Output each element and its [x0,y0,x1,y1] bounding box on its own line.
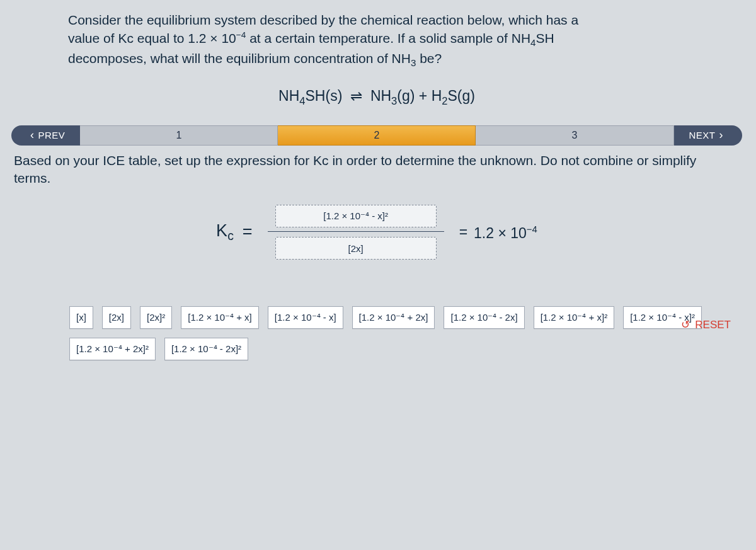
step-pill-1[interactable]: 1 [80,125,278,146]
step-pill-3[interactable]: 3 [476,125,673,146]
eq-lhs-a: NH [278,88,299,104]
eq-lhs-b: SH(s) [306,88,343,104]
step-instruction: Based on your ICE table, set up the expr… [14,152,723,188]
tile-label: [1.2 × 10⁻⁴ - 2x]² [171,343,241,354]
rhs-exp: −4 [527,224,537,234]
rhs-eq: = [459,224,467,241]
tile-2x[interactable]: [2x] [102,306,131,329]
kc-expression: Kc = [1.2 × 10⁻⁴ - x]² [2x] = 1.2 × 10−4 [11,205,742,260]
reset-label: RESET [695,319,731,331]
q-line1: Consider the equilibrium system describe… [68,13,578,27]
tile-x[interactable]: [x] [69,306,93,329]
numerator-dropzone[interactable]: [1.2 × 10⁻⁴ - x]² [275,205,437,227]
pill-2-label: 2 [374,130,379,141]
eq-rhs-a: NH [370,88,391,104]
tile-label: [1.2 × 10⁻⁴ + x]² [541,312,608,323]
eq-sub4a: 4 [299,95,305,107]
fraction-bar [268,231,444,232]
reaction-equation: NH4SH(s) ⇌ NH3(g) + H2S(g) [11,88,742,108]
answer-tiles: [x] [2x] [2x]² [1.2 × 10⁻⁴ + x] [1.2 × 1… [69,306,717,360]
q-line2b: at a certain temperature. If a solid sam… [246,31,530,45]
tile-plus-x[interactable]: [1.2 × 10⁻⁴ + x] [181,306,259,329]
eq-rhs-b: (g) + H [397,88,442,104]
pill-1-label: 1 [176,130,181,141]
tile-2x-sq[interactable]: [2x]² [140,306,172,329]
kc-equals: = [243,222,253,242]
tile-label: [1.2 × 10⁻⁴ - 2x] [450,312,517,323]
numerator-value: [1.2 × 10⁻⁴ - x]² [323,210,388,222]
tile-label: [2x] [109,312,124,323]
tile-minus-x[interactable]: [1.2 × 10⁻⁴ - x] [268,306,343,329]
eq-arrow: ⇌ [350,88,362,104]
reset-button[interactable]: ↺ RESET [681,318,731,331]
kc-fraction: [1.2 × 10⁻⁴ - x]² [2x] [268,205,444,260]
q-line2c: SH [536,31,554,45]
kc-letter: K [216,221,227,240]
q-line3b: be? [416,51,442,66]
denominator-dropzone[interactable]: [2x] [275,237,437,260]
tile-plus-2x[interactable]: [1.2 × 10⁻⁴ + 2x] [352,306,435,329]
eq-rhs-c: S(g) [447,88,474,104]
step-navbar: ‹ PREV 1 2 3 NEXT › [11,125,742,146]
prev-button[interactable]: ‹ PREV [11,125,80,146]
tile-minus-2x-sq[interactable]: [1.2 × 10⁻⁴ - 2x]² [164,338,248,360]
tile-label: [1.2 × 10⁻⁴ + x] [188,312,252,323]
tile-minus-2x[interactable]: [1.2 × 10⁻⁴ - 2x] [444,306,524,329]
tile-label: [1.2 × 10⁻⁴ + 2x] [359,312,428,323]
step-pill-2[interactable]: 2 [278,125,476,146]
denominator-value: [2x] [348,243,364,254]
next-button[interactable]: NEXT › [674,125,743,146]
chevron-right-icon: › [719,129,724,142]
eq-sub3b: 3 [391,95,397,107]
tile-label: [1.2 × 10⁻⁴ + 2x]² [76,343,149,354]
kc-symbol: Kc = [216,221,253,243]
prev-label: PREV [38,130,66,140]
q-line2a: value of Kc equal to 1.2 × 10 [68,31,236,45]
tile-label: [1.2 × 10⁻⁴ - x] [275,312,336,323]
q-kc-exp: −4 [236,30,246,40]
tile-plus-2x-sq[interactable]: [1.2 × 10⁻⁴ + 2x]² [69,338,156,360]
tile-label: [x] [76,312,86,323]
tile-label: [2x]² [147,312,165,323]
chevron-left-icon: ‹ [30,129,35,142]
rhs-val: 1.2 × 10 [474,224,527,241]
pill-3-label: 3 [572,130,578,141]
kc-rhs: = 1.2 × 10−4 [459,224,537,242]
tile-plus-x-sq[interactable]: [1.2 × 10⁻⁴ + x]² [534,306,615,329]
question-text: Consider the equilibrium system describe… [68,11,667,70]
undo-icon: ↺ [681,318,690,331]
q-line3a: decomposes, what will the equilibrium co… [68,51,411,66]
kc-sub: c [227,229,234,243]
next-label: NEXT [689,130,716,140]
